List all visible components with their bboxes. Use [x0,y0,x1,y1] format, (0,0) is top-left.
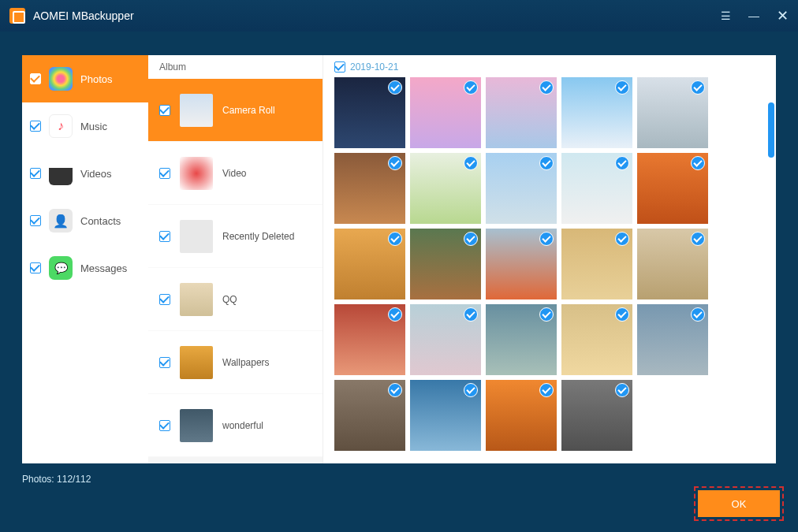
album-recently-deleted[interactable]: Recently Deleted [148,205,323,268]
check-badge-icon[interactable] [615,80,629,95]
check-badge-icon[interactable] [615,383,629,397]
check-badge-icon[interactable] [388,383,402,397]
category-checkbox[interactable] [30,121,41,132]
photo-thumbnail[interactable] [334,380,405,451]
album-label: QQ [222,294,237,305]
close-icon[interactable]: ✕ [777,7,789,24]
category-contacts[interactable]: 👤 Contacts [22,197,148,244]
album-thumb-icon [180,94,213,127]
album-qq[interactable]: QQ [148,268,323,331]
videos-icon [49,162,73,185]
check-badge-icon[interactable] [539,383,554,397]
album-video[interactable]: Video [148,142,323,205]
photo-thumbnail[interactable] [637,304,708,375]
category-checkbox[interactable] [30,215,41,226]
ok-button[interactable]: OK [698,490,780,517]
photo-thumbnail[interactable] [410,380,481,451]
check-badge-icon[interactable] [464,156,478,170]
photo-thumbnail[interactable] [561,153,632,224]
date-checkbox[interactable] [334,61,345,73]
album-checkbox[interactable] [159,294,170,305]
messages-icon: 💬 [49,256,73,280]
album-checkbox[interactable] [159,420,170,431]
category-sidebar: Photos ♪ Music Videos 👤 Contacts 💬 Messa… [22,55,148,463]
album-checkbox[interactable] [159,231,170,242]
category-music[interactable]: ♪ Music [22,102,148,150]
category-messages[interactable]: 💬 Messages [22,244,148,292]
photos-icon [49,67,73,91]
date-label: 2019-10-21 [350,61,398,73]
photo-thumbnail[interactable] [486,304,557,375]
scrollbar[interactable] [768,102,774,158]
photo-thumbnail[interactable] [637,77,708,148]
check-badge-icon[interactable] [615,232,629,246]
check-badge-icon[interactable] [691,156,705,170]
category-videos[interactable]: Videos [22,150,148,197]
check-badge-icon[interactable] [388,156,402,170]
album-camera-roll[interactable]: Camera Roll [148,79,323,142]
date-header[interactable]: 2019-10-21 [334,61,765,73]
check-badge-icon[interactable] [691,232,705,246]
category-photos[interactable]: Photos [22,55,148,102]
photo-thumbnail[interactable] [334,77,405,148]
photo-thumbnail[interactable] [334,229,405,299]
photo-grid-panel: 2019-10-21 [323,55,776,463]
album-thumb-icon [180,283,213,316]
check-badge-icon[interactable] [539,80,554,95]
check-badge-icon[interactable] [615,307,629,322]
photo-thumbnail[interactable] [334,153,405,224]
photo-thumbnail[interactable] [561,304,632,375]
music-icon: ♪ [49,114,73,138]
check-badge-icon[interactable] [388,80,402,95]
photo-thumbnail[interactable] [561,229,632,299]
check-badge-icon[interactable] [388,232,402,246]
album-label: Camera Roll [222,105,275,116]
album-label: Wallpapers [222,357,270,368]
album-wonderful[interactable]: wonderful [148,394,323,457]
category-checkbox[interactable] [30,73,41,84]
check-badge-icon[interactable] [388,307,402,322]
album-thumb-icon [180,157,213,190]
album-label: Recently Deleted [222,231,294,242]
album-checkbox[interactable] [159,168,170,179]
photo-thumbnail[interactable] [637,229,708,299]
photo-thumbnail[interactable] [561,77,632,148]
photo-thumbnail[interactable] [486,153,557,224]
check-badge-icon[interactable] [464,307,478,322]
photo-thumbnail[interactable] [561,380,632,451]
photo-thumbnail[interactable] [334,304,405,375]
category-checkbox[interactable] [30,262,41,273]
photo-thumbnail[interactable] [410,153,481,224]
list-view-icon[interactable]: ☰ [721,9,731,22]
check-badge-icon[interactable] [539,307,554,322]
album-checkbox[interactable] [159,357,170,368]
photo-thumbnail[interactable] [637,153,708,224]
category-checkbox[interactable] [30,168,41,179]
album-checkbox[interactable] [159,105,170,116]
check-badge-icon[interactable] [691,307,705,322]
photo-thumbnail[interactable] [410,304,481,375]
category-label: Contacts [80,215,121,227]
ok-highlight: OK [694,486,784,521]
status-text: Photos: 112/112 [22,474,91,485]
check-badge-icon[interactable] [539,156,554,170]
photo-thumbnail[interactable] [410,229,481,299]
check-badge-icon[interactable] [464,232,478,246]
photo-thumbnail[interactable] [486,229,557,299]
minimize-icon[interactable]: — [748,9,759,22]
album-label: Video [222,168,246,179]
contacts-icon: 👤 [49,209,73,233]
photo-thumbnail[interactable] [486,380,557,451]
check-badge-icon[interactable] [464,80,478,95]
titlebar: AOMEI MBackupper ☰ — ✕ [0,0,798,32]
check-badge-icon[interactable] [539,232,554,246]
album-wallpapers[interactable]: Wallpapers [148,331,323,394]
category-label: Photos [80,73,112,85]
check-badge-icon[interactable] [615,156,629,170]
check-badge-icon[interactable] [464,383,478,397]
album-thumb-icon [180,220,213,253]
photo-thumbnail[interactable] [486,77,557,148]
main-panel: Photos ♪ Music Videos 👤 Contacts 💬 Messa… [22,55,776,463]
check-badge-icon[interactable] [691,80,705,95]
photo-thumbnail[interactable] [410,77,481,148]
